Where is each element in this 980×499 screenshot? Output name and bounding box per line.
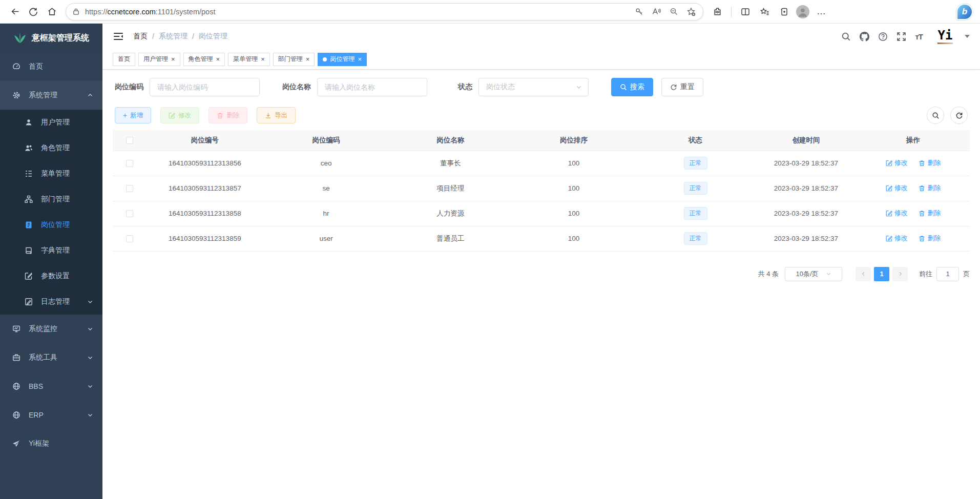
table-row: 1641030593112313856 ceo 董事长 100 正常 2023-… bbox=[113, 151, 970, 176]
github-icon[interactable] bbox=[860, 32, 869, 41]
copilot-icon[interactable]: b bbox=[956, 4, 973, 20]
sidebar-item-dictionary[interactable]: 字典管理 bbox=[0, 238, 102, 263]
row-delete-link[interactable]: 删除 bbox=[919, 234, 941, 243]
tab-home[interactable]: 首页 bbox=[113, 53, 135, 66]
tab-user-management[interactable]: 用户管理 × bbox=[138, 53, 180, 66]
status-select[interactable]: 岗位状态 bbox=[478, 78, 589, 96]
sidebar-item-monitoring[interactable]: 系统监控 bbox=[0, 315, 102, 343]
tab-close-icon[interactable]: × bbox=[171, 56, 175, 63]
menu-tree-icon bbox=[25, 170, 33, 178]
home-icon[interactable] bbox=[44, 4, 59, 19]
goto-page-input[interactable] bbox=[936, 267, 959, 281]
font-size-icon[interactable]: тT bbox=[915, 32, 923, 41]
select-all-checkbox[interactable] bbox=[126, 137, 133, 144]
extensions-icon[interactable] bbox=[710, 4, 725, 19]
reset-button[interactable]: 重置 bbox=[661, 78, 703, 96]
users-icon bbox=[25, 144, 33, 152]
sidebar-item-system[interactable]: 系统管理 bbox=[0, 81, 102, 110]
sidebar-item-yi-framework[interactable]: Yi框架 bbox=[0, 429, 102, 458]
download-icon bbox=[265, 112, 272, 119]
cell-post-sort: 100 bbox=[512, 201, 636, 226]
toggle-search-button[interactable] bbox=[927, 107, 944, 124]
row-delete-link[interactable]: 删除 bbox=[919, 209, 941, 218]
row-edit-link[interactable]: 修改 bbox=[886, 183, 908, 193]
profile-avatar[interactable] bbox=[796, 5, 809, 18]
cell-created: 2023-03-29 18:52:37 bbox=[756, 151, 857, 176]
row-edit-link[interactable]: 修改 bbox=[886, 234, 908, 243]
edit-button[interactable]: 修改 bbox=[160, 107, 199, 123]
favorites-icon[interactable] bbox=[757, 4, 773, 19]
search-button[interactable]: 搜索 bbox=[611, 78, 653, 96]
status-badge: 正常 bbox=[684, 182, 707, 195]
sidebar-item-departments[interactable]: 部门管理 bbox=[0, 186, 102, 212]
more-menu-icon[interactable]: … bbox=[814, 4, 829, 19]
next-page-button[interactable] bbox=[892, 267, 908, 281]
row-edit-link[interactable]: 修改 bbox=[886, 209, 908, 218]
avatar-logo: Yi bbox=[938, 29, 953, 41]
tab-close-icon[interactable]: × bbox=[261, 56, 265, 63]
user-menu-caret-icon[interactable] bbox=[965, 35, 970, 38]
paper-plane-icon bbox=[12, 440, 20, 448]
tab-dept-management[interactable]: 部门管理 × bbox=[273, 53, 315, 66]
refresh-table-button[interactable] bbox=[950, 107, 968, 124]
post-code-input[interactable] bbox=[150, 78, 260, 96]
url-text[interactable]: https://ccnetcore.com:1101/system/post bbox=[85, 8, 215, 16]
collections-icon[interactable] bbox=[777, 4, 792, 19]
row-delete-link[interactable]: 删除 bbox=[919, 183, 941, 193]
page-size-select[interactable]: 10条/页 bbox=[785, 267, 842, 281]
sidebar-item-home[interactable]: 首页 bbox=[0, 52, 102, 81]
row-checkbox[interactable] bbox=[126, 185, 133, 192]
export-button[interactable]: 导出 bbox=[257, 107, 296, 123]
zoom-out-icon[interactable] bbox=[666, 4, 681, 19]
sidebar: 意框架管理系统 首页 系统管理 用户管理 角色管理 菜单管理 bbox=[0, 24, 102, 499]
status-badge: 正常 bbox=[684, 232, 707, 245]
tab-post-management[interactable]: 岗位管理 × bbox=[318, 53, 367, 66]
trash-icon bbox=[919, 185, 925, 192]
row-edit-label: 修改 bbox=[894, 209, 908, 218]
page-number-1[interactable]: 1 bbox=[874, 267, 889, 281]
breadcrumb-home[interactable]: 首页 bbox=[133, 32, 148, 41]
sidebar-item-label: 系统工具 bbox=[29, 353, 79, 362]
back-icon[interactable] bbox=[7, 4, 23, 19]
refresh-icon[interactable] bbox=[26, 4, 41, 19]
read-aloud-icon[interactable] bbox=[649, 4, 664, 19]
fullscreen-icon[interactable] bbox=[896, 32, 906, 41]
sidebar-item-tools[interactable]: 系统工具 bbox=[0, 343, 102, 372]
row-checkbox[interactable] bbox=[126, 210, 133, 217]
sidebar-item-users[interactable]: 用户管理 bbox=[0, 110, 102, 135]
sidebar-item-posts[interactable]: 岗位管理 bbox=[0, 212, 102, 238]
user-avatar[interactable]: Yi bbox=[935, 27, 955, 46]
delete-button[interactable]: 删除 bbox=[208, 107, 247, 123]
row-checkbox[interactable] bbox=[126, 160, 133, 167]
edit-icon bbox=[886, 185, 892, 192]
row-checkbox[interactable] bbox=[126, 235, 133, 242]
row-delete-link[interactable]: 删除 bbox=[919, 158, 941, 168]
sidebar-item-menus[interactable]: 菜单管理 bbox=[0, 161, 102, 186]
sidebar-item-label: 系统监控 bbox=[29, 324, 79, 334]
row-edit-link[interactable]: 修改 bbox=[886, 158, 908, 168]
add-button[interactable]: + 新增 bbox=[115, 107, 151, 123]
post-badge-icon bbox=[25, 221, 33, 229]
header-search-icon[interactable] bbox=[841, 32, 851, 41]
sidebar-item-bbs[interactable]: BBS bbox=[0, 372, 102, 401]
password-key-icon[interactable] bbox=[631, 4, 647, 19]
help-icon[interactable] bbox=[878, 32, 888, 41]
sidebar-item-roles[interactable]: 角色管理 bbox=[0, 135, 102, 161]
tab-close-icon[interactable]: × bbox=[216, 56, 220, 63]
app-logo[interactable]: 意框架管理系统 bbox=[0, 24, 102, 52]
add-favorite-icon[interactable] bbox=[683, 4, 699, 19]
lock-icon[interactable] bbox=[72, 8, 80, 15]
sidebar-collapse-icon[interactable] bbox=[113, 31, 124, 42]
prev-page-button[interactable] bbox=[856, 267, 871, 281]
split-screen-icon[interactable] bbox=[738, 4, 753, 19]
sidebar-item-erp[interactable]: ERP bbox=[0, 401, 102, 429]
tab-role-management[interactable]: 角色管理 × bbox=[183, 53, 225, 66]
sidebar-item-parameters[interactable]: 参数设置 bbox=[0, 263, 102, 289]
address-bar[interactable]: https://ccnetcore.com:1101/system/post bbox=[66, 3, 703, 20]
sidebar-item-logs[interactable]: 日志管理 bbox=[0, 289, 102, 315]
post-name-input[interactable] bbox=[317, 78, 427, 96]
row-delete-label: 删除 bbox=[927, 183, 941, 193]
tab-menu-management[interactable]: 菜单管理 × bbox=[228, 53, 270, 66]
tab-close-icon[interactable]: × bbox=[306, 56, 310, 63]
tab-close-icon[interactable]: × bbox=[358, 56, 362, 63]
